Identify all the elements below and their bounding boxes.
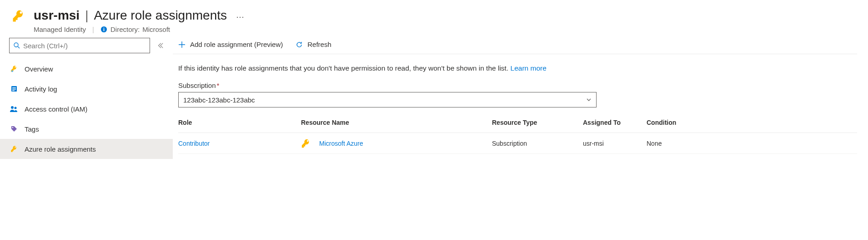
sidebar-nav: Overview Activity log Access control (IA… [0,59,173,159]
svg-point-12 [12,127,13,128]
sidebar-item-label: Activity log [25,85,57,93]
people-icon [10,105,18,113]
directory-info: Directory: Microsoft [100,26,170,33]
refresh-icon [296,41,303,48]
key-icon [301,138,311,148]
sidebar-search[interactable] [9,38,150,53]
page-title: Azure role assignments [94,8,227,23]
search-icon [13,42,20,49]
svg-point-10 [11,106,14,109]
subtitle-separator: | [92,26,94,33]
toolbar: Add role assignment (Preview) Refresh [173,38,857,54]
svg-line-4 [18,46,20,48]
sidebar-item-azure-role-assignments[interactable]: Azure role assignments [0,139,173,159]
info-icon [100,26,108,33]
subscription-value: 123abc-123abc-123abc [183,96,255,104]
svg-rect-1 [104,29,105,31]
title-separator: | [85,8,88,23]
learn-more-link[interactable]: Learn more [511,64,547,72]
required-asterisk: * [217,82,220,89]
key-small-icon [10,145,18,153]
svg-rect-8 [12,89,16,90]
sidebar-item-tags[interactable]: Tags [0,119,173,139]
resource-name-link[interactable]: Microsoft Azure [319,140,363,147]
svg-rect-7 [12,87,16,88]
page-header: usr-msi | Azure role assignments ⋯ Manag… [0,0,868,38]
sidebar-item-activity-log[interactable]: Activity log [0,79,173,99]
subscription-label-text: Subscription [178,82,216,89]
notice-text: If this identity has role assignments th… [178,64,511,72]
svg-rect-2 [104,28,105,29]
sidebar: Overview Activity log Access control (IA… [0,38,173,159]
col-role-header[interactable]: Role [178,119,301,126]
assigned-to-cell: usr-msi [583,140,647,147]
role-assignments-table: Role Resource Name Resource Type Assigne… [173,112,857,154]
col-assigned-to-header[interactable]: Assigned To [583,119,647,126]
tag-icon [10,125,18,133]
key-small-icon [10,65,18,73]
sidebar-item-label: Access control (IAM) [25,105,87,113]
svg-point-5 [11,70,13,72]
refresh-button-label: Refresh [307,41,331,48]
col-resource-type-header[interactable]: Resource Type [492,119,583,126]
resource-type-label: Managed Identity [34,26,86,33]
svg-point-11 [15,107,17,109]
sidebar-item-label: Overview [25,65,53,73]
search-input[interactable] [23,42,146,50]
directory-label: Directory: [110,26,140,33]
subscription-label: Subscription* [178,82,857,89]
condition-cell: None [647,140,701,147]
subscription-select[interactable]: 123abc-123abc-123abc [178,92,597,107]
table-header: Role Resource Name Resource Type Assigne… [178,112,857,133]
sidebar-item-label: Tags [25,125,39,133]
add-button-label: Add role assignment (Preview) [190,41,283,48]
directory-value: Microsoft [142,26,170,33]
col-resource-name-header[interactable]: Resource Name [301,119,492,126]
permission-notice: If this identity has role assignments th… [173,54,857,72]
sidebar-item-label: Azure role assignments [25,145,96,153]
resource-type-cell: Subscription [492,140,583,147]
role-link[interactable]: Contributor [178,140,301,147]
refresh-button[interactable]: Refresh [296,41,331,48]
table-row[interactable]: Contributor Microsoft Azure Subscription… [178,133,857,154]
plus-icon [178,41,186,48]
main-panel: Add role assignment (Preview) Refresh If… [173,38,868,159]
svg-rect-9 [12,90,15,91]
add-role-assignment-button[interactable]: Add role assignment (Preview) [178,41,283,48]
key-icon [11,8,26,24]
chevron-down-icon [586,97,592,102]
collapse-sidebar-button[interactable] [153,38,168,53]
sidebar-item-access-control[interactable]: Access control (IAM) [0,99,173,119]
sidebar-item-overview[interactable]: Overview [0,59,173,79]
svg-point-3 [14,43,18,47]
log-icon [10,85,18,93]
more-actions-button[interactable]: ⋯ [236,12,244,22]
col-condition-header[interactable]: Condition [647,119,701,126]
resource-name: usr-msi [34,8,80,23]
